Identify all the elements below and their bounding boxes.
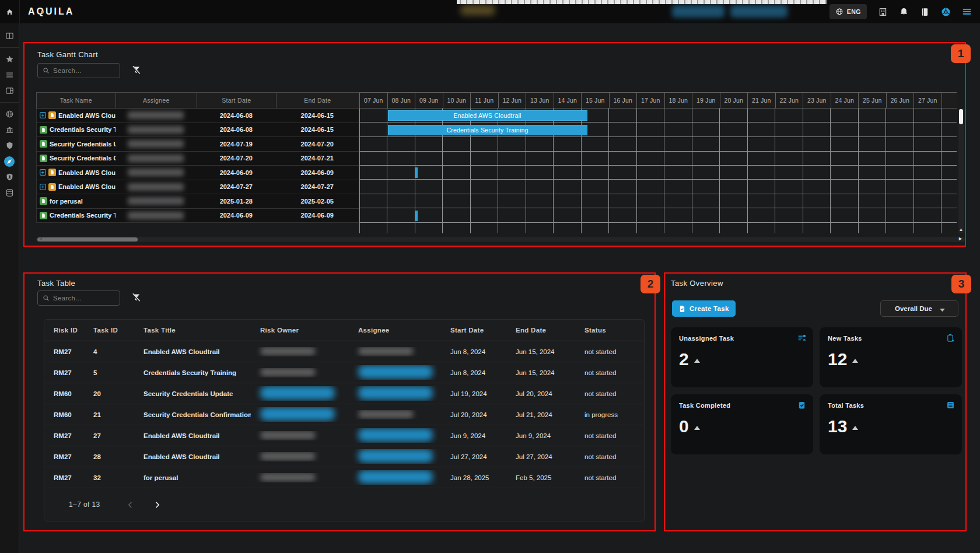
create-task-button[interactable]: Create Task (672, 300, 736, 317)
cell-start-date: Jun 8, 2024 (441, 369, 506, 376)
gantt-vertical-scrollbar[interactable]: ▲ (958, 108, 964, 233)
table-row[interactable]: RM6020Security Credentials UpdateJul 19,… (44, 383, 644, 404)
blurred-risk-owner (260, 407, 335, 421)
vertical-scroll-thumb[interactable] (959, 109, 963, 124)
gantt-timeline-header: 07 Jun08 Jun09 Jun10 Jun11 Jun12 Jun13 J… (359, 92, 957, 108)
gantt-bar[interactable]: Credentials Security Training (388, 125, 587, 135)
scroll-left-arrow-icon[interactable]: ◄ (38, 236, 43, 242)
cell-task-title: Enabled AWS Cloudtrail (134, 432, 251, 439)
expand-icon[interactable] (40, 184, 46, 190)
gantt-bar[interactable] (415, 211, 418, 221)
cell-risk-owner (251, 386, 349, 401)
sidebar-item-institution[interactable] (0, 122, 19, 138)
sidebar-item-database[interactable] (0, 185, 19, 201)
blurred-header-button-1[interactable] (672, 5, 724, 18)
cell-task-id: 27 (84, 432, 134, 439)
gantt-start-date: 2024-06-08 (197, 108, 276, 123)
gantt-start-date: 2024-06-08 (197, 123, 276, 137)
bell-icon[interactable] (899, 7, 909, 17)
building-icon[interactable] (878, 7, 888, 17)
gantt-search[interactable] (37, 63, 120, 78)
gantt-task-row[interactable]: Security Credentials Confirmation2024-07… (36, 152, 359, 166)
gantt-task-row[interactable]: Credentials Security Training2024-06-082… (36, 123, 359, 138)
gantt-assignee (116, 166, 197, 180)
table-row[interactable]: RM274Enabled AWS CloudtrailJun 8, 2024Ju… (44, 341, 644, 362)
cell-end-date: Jun 15, 2024 (506, 369, 575, 376)
main-menu-icon[interactable] (962, 7, 972, 17)
horizontal-scroll-thumb[interactable] (37, 237, 138, 242)
gantt-list-header: Task NameAssigneeStart DateEnd Date (36, 92, 359, 108)
sidebar-item-web[interactable] (0, 106, 19, 122)
gantt-bar[interactable]: Enabled AWS Cloudtrail (388, 110, 587, 121)
gantt-bar[interactable] (415, 167, 418, 178)
cell-task-title: Security Credentials Confirmation (134, 411, 251, 418)
gantt-task-row[interactable]: Enabled AWS Cloudtrail2024-06-092024-06-… (36, 166, 359, 180)
gantt-task-row[interactable]: Enabled AWS Cloudtrail2024-06-082024-06-… (36, 108, 359, 123)
table-row[interactable]: RM2727Enabled AWS CloudtrailJun 9, 2024J… (44, 425, 644, 446)
cell-risk-id: RM27 (44, 474, 84, 481)
sidebar-item-layout[interactable] (0, 83, 19, 99)
filter-off-icon[interactable] (131, 292, 142, 304)
timeline-day-header: 10 Jun (443, 92, 471, 108)
cell-risk-owner (251, 473, 349, 482)
table-search[interactable] (37, 290, 120, 306)
table-search-input[interactable] (53, 295, 115, 302)
globe-icon (835, 8, 844, 16)
task-table-section: 2 Task Table Risk IDTask IDTask TitleRis… (23, 272, 656, 531)
gantt-start-date: 2024-07-19 (197, 137, 276, 151)
blurred-assignee (128, 155, 184, 162)
gantt-task-row[interactable]: for perusal2025-01-282025-02-05 (36, 194, 359, 209)
cell-status: not started (575, 474, 645, 481)
table-row[interactable]: RM6021Security Credentials ConfirmationJ… (44, 404, 644, 425)
cell-start-date: Jul 20, 2024 (441, 411, 506, 418)
overall-due-dropdown[interactable]: Overall Due (880, 300, 958, 317)
sidebar-item-user-shield[interactable] (0, 169, 19, 185)
cell-task-title: Credentials Security Training (134, 369, 251, 376)
timeline-day-header: 21 Jun (747, 92, 775, 108)
language-selector[interactable]: ENG (830, 4, 867, 19)
sidebar-item-list-menu[interactable] (0, 67, 19, 83)
sidebar-item-risk-compass[interactable] (0, 153, 19, 169)
blurred-header-button-2[interactable] (730, 5, 788, 18)
expand-icon[interactable] (40, 169, 46, 176)
gantt-task-row[interactable]: Enabled AWS Cloudtrail2024-07-272024-07-… (36, 180, 359, 195)
table-column-task-id: Task ID (84, 327, 134, 334)
previous-page-button[interactable] (126, 500, 135, 509)
table-row[interactable]: RM2728Enabled AWS CloudtrailJul 27, 2024… (44, 446, 644, 467)
task-doc-icon (678, 305, 686, 313)
gantt-task-row[interactable]: Credentials Security Training2024-06-092… (36, 209, 359, 223)
table-row[interactable]: RM275Credentials Security TrainingJun 8,… (44, 362, 644, 383)
blurred-assignee (128, 140, 184, 148)
overview-card-unassigned-task[interactable]: Unassigned Task2 (671, 327, 813, 387)
cell-task-id: 4 (84, 348, 134, 355)
cell-task-id: 20 (84, 390, 134, 397)
timeline-day-header: 11 Jun (470, 92, 498, 108)
sidebar (0, 23, 19, 553)
table-row[interactable]: RM2732for perusalJan 28, 2025Feb 5, 2025… (44, 467, 644, 488)
sidebar-item-favorites[interactable] (0, 51, 19, 67)
task-doc-icon-orange (48, 111, 56, 119)
expand-icon[interactable] (40, 112, 46, 118)
next-page-button[interactable] (153, 500, 162, 509)
sidebar-item-shield[interactable] (0, 138, 19, 153)
sidebar-item-split-view[interactable] (0, 28, 19, 44)
dropdown-value: Overall Due (895, 305, 932, 312)
gantt-grid: Enabled AWS CloudtrailCredentials Securi… (359, 108, 957, 233)
cell-assignee (349, 365, 441, 380)
gantt-task-row[interactable]: Security Credentials Update2024-07-19202… (36, 137, 359, 152)
support-sphere-icon[interactable] (941, 7, 951, 17)
home-icon[interactable] (0, 0, 20, 23)
cell-risk-id: RM27 (44, 348, 84, 355)
gantt-start-date: 2024-07-20 (197, 152, 276, 166)
gantt-search-input[interactable] (53, 67, 115, 74)
gantt-end-date: 2025-02-05 (276, 194, 359, 208)
overview-card-task-completed[interactable]: Task Completed0 (671, 394, 813, 454)
book-icon[interactable] (920, 7, 930, 17)
scroll-up-arrow-icon[interactable]: ▲ (958, 227, 964, 232)
table-column-start-date: Start Date (441, 327, 506, 334)
gantt-horizontal-scrollbar[interactable]: ◄ ► (36, 237, 965, 242)
scroll-right-arrow-icon[interactable]: ► (958, 236, 963, 242)
overview-card-total-tasks[interactable]: Total Tasks13 (820, 394, 962, 454)
overview-card-new-tasks[interactable]: New Tasks12 (820, 327, 962, 387)
filter-off-icon[interactable] (131, 65, 142, 76)
